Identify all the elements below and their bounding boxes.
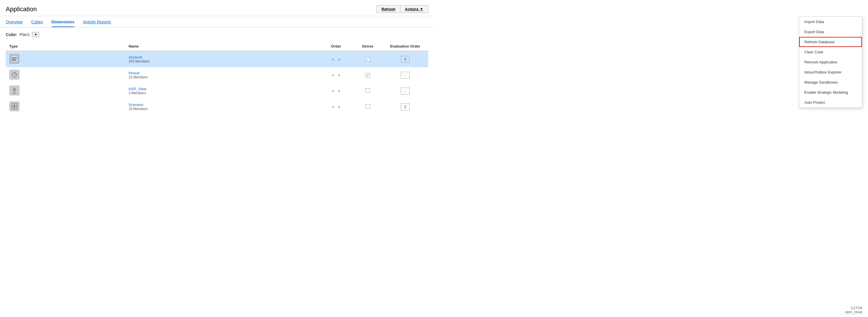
tab-cubes[interactable]: Cubes	[31, 20, 42, 27]
order-cell: ∧ ∨	[319, 83, 353, 99]
order-arrows-period: ∧ ∨	[322, 73, 350, 78]
table-row: Scenario 19 Members ∧ ∨ 2	[6, 99, 428, 115]
cube-label: Cube:	[6, 32, 17, 37]
dimension-link-period[interactable]: Period	[128, 71, 140, 75]
eval-order-cell-scenario: 2	[382, 99, 428, 115]
dense-cell-period	[353, 67, 382, 83]
col-name: Name	[125, 42, 319, 51]
name-cell: Period 23 Members	[125, 67, 319, 83]
svg-rect-3	[12, 59, 16, 59]
eval-order-value-hspview: -	[401, 88, 409, 94]
members-count-period: 23 Members	[128, 75, 315, 79]
dense-checkbox-scenario[interactable]	[366, 104, 370, 109]
dense-cell-scenario	[353, 99, 382, 115]
order-arrows-hspview: ∧ ∨	[322, 88, 350, 94]
order-down-scenario[interactable]: ∨	[337, 104, 342, 110]
eval-order-cell-period: -	[382, 67, 428, 83]
cube-dropdown-button[interactable]: ▼	[32, 32, 39, 37]
order-arrows-scenario: ∧ ∨	[322, 104, 350, 110]
dense-checkbox-account[interactable]	[366, 57, 370, 62]
content-area: Cube: Plan1 ▼ Type Name Order Dense Eval…	[0, 27, 434, 119]
svg-rect-2	[12, 58, 17, 58]
svg-rect-4	[12, 60, 17, 61]
period-icon	[9, 69, 20, 80]
table-row: HSP_View 3 Members ∧ ∨ -	[6, 83, 428, 99]
order-up-period[interactable]: ∧	[331, 73, 336, 78]
actions-button[interactable]: Actions ▼	[400, 5, 428, 13]
type-icon-cell	[6, 51, 125, 67]
type-icon-cell	[6, 83, 125, 99]
cube-selector: Cube: Plan1 ▼	[6, 32, 428, 37]
account-icon	[9, 54, 20, 64]
order-down-account[interactable]: ∨	[337, 57, 342, 62]
tab-activity-reports[interactable]: Activity Reports	[83, 20, 111, 27]
type-icon-cell	[6, 99, 125, 115]
table-row: Period 23 Members ∧ ∨ -	[6, 67, 428, 83]
name-cell: Account 293 Members	[125, 51, 319, 67]
dense-cell-hspview	[353, 83, 382, 99]
order-down-hspview[interactable]: ∨	[337, 88, 342, 94]
dimension-link-scenario[interactable]: Scenario	[128, 103, 143, 107]
name-cell: Scenario 19 Members	[125, 99, 319, 115]
table-row: Account 293 Members ∧ ∨ 3	[6, 51, 428, 67]
order-up-scenario[interactable]: ∧	[331, 104, 336, 110]
eval-order-value-account: 3	[401, 56, 409, 63]
name-cell: HSP_View 3 Members	[125, 83, 319, 99]
order-arrows-account: ∧ ∨	[322, 57, 350, 62]
page-header: Application Refresh Actions ▼	[0, 0, 434, 16]
col-type: Type	[6, 42, 125, 51]
refresh-button[interactable]: Refresh	[376, 5, 400, 13]
scenario-icon	[9, 101, 20, 112]
members-count-hspview: 3 Members	[128, 91, 315, 95]
nav-tabs: Overview Cubes Dimensions Activity Repor…	[0, 16, 434, 27]
order-up-account[interactable]: ∧	[331, 57, 336, 62]
eval-order-value-scenario: 2	[401, 104, 409, 110]
dense-cell-account	[353, 51, 382, 67]
eval-order-value-period: -	[401, 72, 409, 79]
order-cell: ∧ ∨	[319, 51, 353, 67]
order-up-hspview[interactable]: ∧	[331, 88, 336, 94]
dimension-link-hspview[interactable]: HSP_View	[128, 87, 146, 91]
dense-checkbox-period[interactable]	[366, 73, 370, 78]
members-count-scenario: 19 Members	[128, 107, 315, 111]
hspview-icon	[9, 85, 20, 96]
order-cell: ∧ ∨	[319, 99, 353, 115]
page-title: Application	[6, 5, 37, 13]
dimension-link-account[interactable]: Account	[128, 55, 142, 59]
eval-order-cell-hspview: -	[382, 83, 428, 99]
svg-point-14	[14, 89, 15, 91]
col-eval-order: Evaluation Order	[382, 42, 428, 51]
header-actions: Refresh Actions ▼	[376, 5, 428, 13]
dense-checkbox-hspview[interactable]	[366, 88, 370, 93]
dimensions-table: Type Name Order Dense Evaluation Order	[6, 42, 428, 115]
col-order: Order	[319, 42, 353, 51]
tab-dimensions[interactable]: Dimensions	[52, 20, 74, 27]
order-cell: ∧ ∨	[319, 67, 353, 83]
members-count-account: 293 Members	[128, 59, 315, 63]
col-dense: Dense	[353, 42, 382, 51]
eval-order-cell-account: 3	[382, 51, 428, 67]
tab-overview[interactable]: Overview	[6, 20, 23, 27]
type-icon-cell	[6, 67, 125, 83]
cube-value: Plan1	[20, 32, 30, 37]
order-down-period[interactable]: ∨	[337, 73, 342, 78]
